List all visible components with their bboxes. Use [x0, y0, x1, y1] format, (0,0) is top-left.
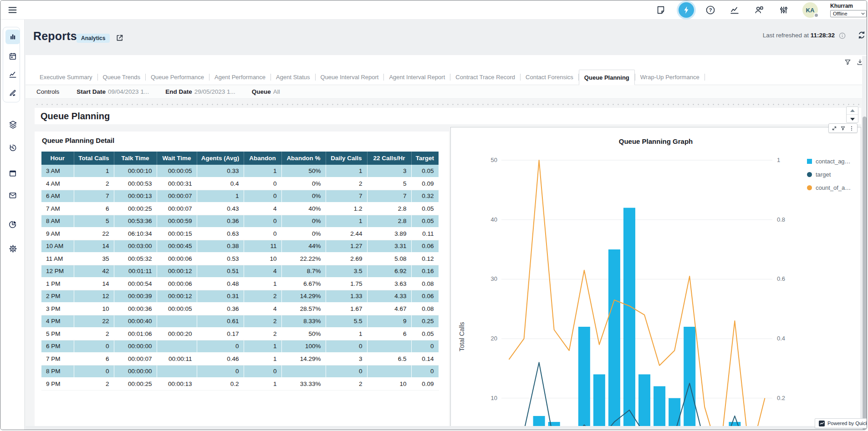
sidebar-item-history[interactable] [5, 141, 20, 155]
sidebar-item-design[interactable] [5, 86, 20, 100]
y-left-tick: 30 [478, 276, 497, 282]
note-icon[interactable] [656, 5, 666, 17]
column-header[interactable]: 22 Calls/Hr [367, 152, 411, 165]
sidebar-item-settings[interactable] [5, 241, 20, 256]
table-row[interactable]: 4 PM2200:00:400.6128.33%5.590.25 [41, 315, 439, 328]
table-panel-title: Queue Planning Detail [42, 137, 114, 144]
table-row[interactable]: 7 PM600:00:0700:00:110.46114.29%36.50.14 [41, 353, 439, 365]
table-row[interactable]: 11 AM3500:05:3200:00:060.531022.22%2.695… [41, 253, 439, 265]
table-row[interactable]: 9 PM200:00:2500:00:130.2133.33%2100.09 [41, 378, 439, 390]
y-left-tick: 20 [478, 335, 497, 342]
sliders-icon[interactable] [779, 5, 789, 17]
page-title: Reports [33, 30, 77, 43]
chart-plot-area[interactable] [501, 156, 775, 430]
table-cell: 00:00:00 [114, 340, 157, 353]
filter-icon[interactable] [844, 58, 852, 68]
legend-item-count-of-a-[interactable]: count_of_a… [807, 181, 851, 194]
bar-chart-icon [8, 32, 17, 41]
table-cell: 28.57% [281, 303, 326, 315]
table-cell: 0 [244, 177, 281, 190]
column-header[interactable]: Hour [41, 152, 74, 165]
tab-wrap-up-performance[interactable]: Wrap-Up Performance [635, 70, 705, 85]
tab-contact-forensics[interactable]: Contact Forensics [521, 70, 578, 85]
powered-by-badge: Powered by QuickSight [815, 418, 867, 428]
external-link-icon[interactable] [115, 34, 124, 44]
table-cell: 22 [74, 315, 114, 328]
table-row[interactable]: 2 PM1200:00:3900:00:120.31214.29%1.334.3… [41, 290, 439, 303]
column-header[interactable]: Abandon [244, 152, 281, 165]
table-cell: 0 [244, 228, 281, 240]
top-bar: ? KA Khurram Awan Offline [0, 0, 867, 20]
sidebar-item-window[interactable] [5, 166, 20, 181]
scroll-up-button[interactable] [847, 107, 858, 115]
vertical-scrollbar-thumb[interactable] [863, 117, 867, 430]
table-cell: 10 AM [41, 240, 74, 253]
tab-queue-performance[interactable]: Queue Performance [146, 70, 209, 85]
table-row[interactable]: 12 PM4200:01:1100:00:120.5148.7%3.56.920… [41, 265, 439, 278]
lightning-quick-actions-button[interactable] [679, 2, 694, 18]
sidebar-item-calendar[interactable] [5, 49, 20, 64]
table-row[interactable]: 10 AM1400:03:0000:00:450.381144%1.273.31… [41, 240, 439, 253]
table-cell: 4 [244, 303, 281, 315]
filter-icon[interactable] [840, 126, 846, 131]
legend-item-target[interactable]: target [807, 168, 851, 181]
refresh-icon[interactable] [857, 30, 866, 41]
table-row[interactable]: 3 AM100:00:1000:00:050.33150%130.05 [41, 165, 439, 177]
filter-queue[interactable]: QueueAll [252, 88, 280, 95]
table-row[interactable]: 1 PM1400:00:5400:00:060.4816.67%1.753.63… [41, 278, 439, 290]
tab-agent-interval-report[interactable]: Agent Interval Report [384, 70, 450, 85]
sidebar-item-datasets[interactable] [5, 117, 20, 132]
metrics-icon[interactable] [730, 5, 740, 17]
horizontal-scrollbar[interactable] [26, 426, 862, 430]
expand-icon[interactable] [832, 126, 837, 131]
column-header[interactable]: Daily Calls [326, 152, 367, 165]
column-header[interactable]: Total Calls [74, 152, 114, 165]
scroll-down-button[interactable] [847, 115, 858, 123]
table-cell: 0.31 [197, 290, 244, 303]
table-cell: 6.67% [281, 278, 326, 290]
agents-icon[interactable] [754, 5, 764, 17]
table-cell: 4 [244, 265, 281, 278]
column-header[interactable]: Talk Time [114, 152, 157, 165]
table-cell: 8.33% [281, 315, 326, 328]
table-cell: 0.05 [411, 215, 439, 228]
table-cell: 2 [244, 328, 281, 340]
column-header[interactable]: Target [411, 152, 439, 165]
sidebar-item-analytics[interactable] [5, 67, 20, 82]
table-cell: 3 PM [41, 303, 74, 315]
filter-start-date[interactable]: Start Date09/04/2023 1... [77, 88, 149, 95]
table-cell: 2 [326, 177, 367, 190]
table-row[interactable]: 3 PM1000:00:3600:00:050.36428.57%1.674.6… [41, 303, 439, 315]
filter-end-date[interactable]: End Date29/05/2023 1... [165, 88, 235, 95]
table-row[interactable]: 6 AM700:00:1300:00:07100%770.32 [41, 190, 439, 203]
column-header[interactable]: Agents (Avg) [197, 152, 244, 165]
table-cell: 6 AM [41, 190, 74, 203]
table-cell: 5.08 [367, 253, 411, 265]
tab-executive-summary[interactable]: Executive Summary [35, 70, 97, 85]
tab-queue-planning[interactable]: Queue Planning [579, 70, 635, 85]
table-row[interactable]: 8 PM000:00:000000 [41, 365, 439, 378]
column-header[interactable]: Wait Time [157, 152, 197, 165]
legend-item-contact-ag-[interactable]: contact_ag… [807, 155, 851, 168]
tab-agent-performance[interactable]: Agent Performance [209, 70, 271, 85]
info-icon[interactable] [838, 32, 846, 41]
column-header[interactable]: Abandon % [281, 152, 326, 165]
sidebar-item-pie-reports[interactable] [5, 217, 20, 232]
tab-queue-interval-report[interactable]: Queue Interval Report [316, 70, 384, 85]
kebab-menu-icon[interactable] [849, 126, 854, 131]
tab-queue-trends[interactable]: Queue Trends [98, 70, 145, 85]
tab-contract-trace-record[interactable]: Contract Trace Record [450, 70, 520, 85]
availability-select[interactable]: Offline [830, 10, 867, 17]
table-cell: 0.06 [411, 290, 439, 303]
table-row[interactable]: 5 PM200:01:0600:00:200.17250%160.05 [41, 328, 439, 340]
hamburger-menu-icon[interactable] [8, 6, 17, 15]
table-row[interactable]: 4 AM200:00:5300:00:310.400%250.09 [41, 177, 439, 190]
sidebar-item-reports[interactable] [5, 30, 20, 44]
tab-agent-status[interactable]: Agent Status [271, 70, 315, 85]
table-row[interactable]: 9 AM2206:10:3400:00:150.6300%2.443.890.1… [41, 228, 439, 240]
table-row[interactable]: 8 AM500:53:3600:00:590.3600%12.80.05 [41, 215, 439, 228]
table-row[interactable]: 6 PM000:00:0001100%00 [41, 340, 439, 353]
sidebar-item-mail[interactable] [5, 188, 20, 203]
help-icon[interactable]: ? [705, 5, 715, 17]
table-row[interactable]: 7 AM600:00:2500:00:070.43440%1.22.80.05 [41, 203, 439, 215]
